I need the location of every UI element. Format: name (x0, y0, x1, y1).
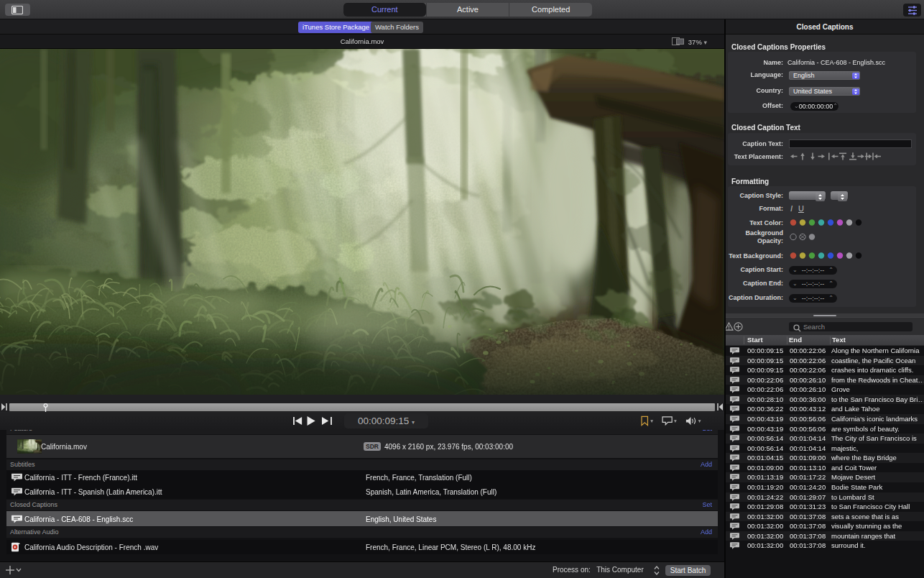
svg-text:▾: ▾ (674, 418, 677, 424)
svg-text:▾: ▾ (650, 418, 653, 424)
svg-text:▾: ▾ (698, 418, 701, 424)
